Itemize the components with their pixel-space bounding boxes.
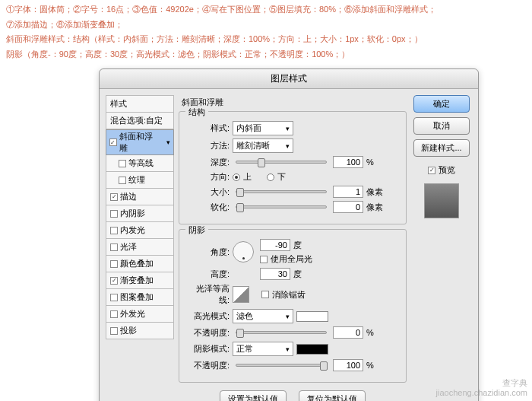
instruction-text: ①字体：圆体简；②字号：16点；③色值：49202e；④写在下图位置；⑤图层填充…: [0, 0, 532, 65]
section-title: 斜面和浮雕: [182, 97, 407, 108]
checkbox-icon[interactable]: [110, 260, 118, 268]
styles-header[interactable]: 样式: [106, 95, 174, 113]
depth-slider[interactable]: [236, 161, 327, 164]
settings-panel: 斜面和浮雕 结构 样式:内斜面 方法:雕刻清晰 深度:100% 方向:上下 大小…: [179, 95, 407, 401]
make-default-button[interactable]: 设置为默认值: [220, 390, 287, 401]
checkbox-icon[interactable]: [110, 277, 118, 285]
highlight-opacity-input[interactable]: 0: [333, 326, 363, 339]
checkbox-icon[interactable]: [119, 160, 126, 167]
shadow-color-swatch[interactable]: [296, 344, 328, 355]
size-slider[interactable]: [236, 190, 327, 193]
checkbox-icon[interactable]: [110, 210, 118, 218]
highlight-mode-select[interactable]: 滤色: [233, 309, 293, 323]
gradient-overlay-row[interactable]: 渐变叠加: [106, 272, 174, 289]
checkbox-icon[interactable]: [110, 327, 118, 335]
soften-slider[interactable]: [236, 205, 327, 208]
outer-glow-row[interactable]: 外发光: [106, 306, 174, 323]
global-light-checkbox[interactable]: [260, 256, 268, 263]
drop-shadow-row[interactable]: 投影: [106, 323, 174, 339]
direction-down-radio[interactable]: [267, 173, 274, 181]
dialog-buttons: 确定 取消 新建样式... 预览: [411, 95, 472, 401]
shadow-mode-select[interactable]: 正常: [233, 342, 293, 356]
angle-dial[interactable]: [233, 241, 254, 263]
shadow-opacity-slider[interactable]: [236, 364, 327, 367]
preview-checkbox[interactable]: [428, 167, 435, 174]
contour-row[interactable]: 等高线: [106, 155, 174, 172]
angle-input[interactable]: -90: [260, 239, 290, 251]
pattern-overlay-row[interactable]: 图案叠加: [106, 289, 174, 306]
satin-row[interactable]: 光泽: [106, 239, 174, 256]
checkbox-icon[interactable]: [110, 294, 118, 301]
method-select[interactable]: 雕刻清晰: [233, 138, 293, 153]
blend-options-row[interactable]: 混合选项:自定: [106, 113, 174, 129]
styles-list: 样式 混合选项:自定 斜面和浮雕 等高线 纹理 描边 内阴影 内发光 光泽 颜色…: [106, 95, 174, 401]
altitude-input[interactable]: 30: [260, 268, 290, 280]
gloss-contour-picker[interactable]: [233, 286, 249, 303]
reset-default-button[interactable]: 复位为默认值: [299, 390, 366, 401]
ok-button[interactable]: 确定: [413, 95, 470, 113]
checkbox-icon[interactable]: [110, 310, 118, 318]
structure-group: 结构 样式:内斜面 方法:雕刻清晰 深度:100% 方向:上下 大小:1像素 软…: [179, 111, 407, 224]
color-overlay-row[interactable]: 颜色叠加: [106, 256, 174, 272]
new-style-button[interactable]: 新建样式...: [413, 139, 470, 157]
size-input[interactable]: 1: [333, 186, 363, 198]
checkbox-icon[interactable]: [110, 227, 118, 234]
direction-up-radio[interactable]: [233, 173, 240, 181]
shadow-opacity-input[interactable]: 100: [333, 359, 363, 371]
shading-group: 阴影 角度: -90度 使用全局光 高度:30度 光泽等高线:消除锯齿 高光模式…: [179, 229, 407, 383]
checkbox-icon[interactable]: [119, 177, 126, 184]
checkbox-icon[interactable]: [109, 138, 117, 146]
antialias-checkbox[interactable]: [261, 291, 269, 298]
dialog-title: 图层样式: [100, 69, 478, 89]
inner-shadow-row[interactable]: 内阴影: [106, 205, 174, 222]
texture-row[interactable]: 纹理: [106, 172, 174, 189]
highlight-opacity-slider[interactable]: [236, 331, 327, 334]
cancel-button[interactable]: 取消: [413, 117, 470, 135]
stroke-row[interactable]: 描边: [106, 189, 174, 205]
soften-input[interactable]: 0: [333, 201, 363, 213]
depth-input[interactable]: 100: [333, 156, 363, 168]
inner-glow-row[interactable]: 内发光: [106, 222, 174, 239]
style-select[interactable]: 内斜面: [233, 121, 293, 135]
layer-style-dialog: 图层样式 样式 混合选项:自定 斜面和浮雕 等高线 纹理 描边 内阴影 内发光 …: [99, 68, 479, 401]
bevel-emboss-row[interactable]: 斜面和浮雕: [106, 129, 174, 155]
checkbox-icon[interactable]: [110, 193, 118, 201]
checkbox-icon[interactable]: [110, 243, 118, 251]
highlight-color-swatch[interactable]: [296, 311, 328, 322]
watermark: 查字典 jiaocheng.chazidian.com: [436, 378, 527, 398]
preview-swatch: [424, 183, 459, 218]
